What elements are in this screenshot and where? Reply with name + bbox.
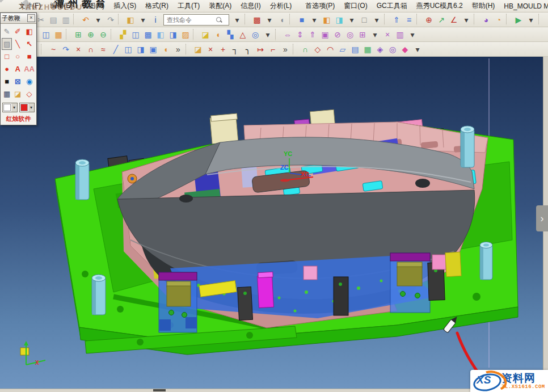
search-icon[interactable] [216,16,222,23]
parting-surface-button[interactable]: ◪ [199,28,212,41]
parting-navigator-button[interactable]: ▩ [142,28,154,41]
play-animation-button[interactable]: ▶ [512,14,525,26]
surface-dropdown[interactable]: ▾ [411,43,424,56]
cut-face-button[interactable]: × [381,28,394,41]
fit-dropdown[interactable]: ▾ [263,14,276,26]
appearance-button[interactable]: ◔ [492,14,505,26]
paste-face-button[interactable]: ▥ [394,28,406,41]
parting-lines-button[interactable]: ▞ [117,28,129,41]
core-cavity-button[interactable]: ▨ [179,28,192,41]
search-dropdown[interactable]: ▾ [231,14,243,26]
screen-hide-tool[interactable]: ⊠ [12,75,23,87]
extend-curve-button[interactable]: ↦ [254,43,267,56]
menu-help[interactable]: 帮助(H) [468,0,499,12]
chamfer-curve-button[interactable]: ╮ [242,43,254,56]
menu-tools[interactable]: 工具(T) [174,0,204,12]
menu-window[interactable]: 窗口(O) [340,0,371,12]
pen-color-select[interactable]: ▾ [2,103,18,112]
overflow-chevron[interactable]: » [279,43,292,56]
mold-parting-tools-button[interactable]: ◫ [129,28,142,41]
copy-button[interactable]: ▤ [47,14,60,26]
open-recent-dropdown[interactable]: ▾ [137,14,149,26]
trim-curve-button[interactable]: × [204,43,217,56]
rect-tool[interactable]: □ [2,50,12,62]
four-point-surface-button[interactable]: ◇ [311,43,324,56]
face-blend-button[interactable]: ◆ [399,43,411,56]
diamond-tool[interactable]: ◇ [23,88,35,100]
mesh-surface-button[interactable]: ▦ [361,43,374,56]
trim-mold-button[interactable]: ◧ [154,28,167,41]
tube-button[interactable]: ▚ [224,28,237,41]
menu-view[interactable]: 视图(V) [78,0,108,12]
face-dropdown[interactable]: ▾ [406,28,419,41]
slider-unit-right[interactable] [390,253,430,313]
wcs-dynamics-button[interactable]: ↗ [435,14,448,26]
palette-titlebar[interactable]: 子教鞭 × [1,13,36,24]
menu-file[interactable]: 文件(F) [15,0,45,12]
law-extension-button[interactable]: ╱ [109,43,122,56]
copy-face-button[interactable]: ⊞ [356,28,369,41]
menu-preferences[interactable]: 首选项(P) [301,0,339,12]
annotation-palette[interactable]: 子教鞭 × ✎ ✐ ◧ ▨ [0,12,37,125]
blackboard-tool[interactable]: ■ [2,75,12,87]
bridge-curve-button[interactable]: ∩ [85,43,97,56]
arrow-tool[interactable]: ↖ [23,38,35,50]
background-dropdown[interactable]: ▾ [370,14,383,26]
ellipse-tool[interactable]: ○ [12,50,23,62]
menu-edit[interactable]: 编辑(E) [46,0,77,12]
pen-tool[interactable]: ✐ [12,26,23,37]
wcs-dropdown[interactable]: ▾ [460,14,473,26]
swept-button[interactable]: ◠ [324,43,336,56]
sync-dropdown[interactable]: ▾ [369,28,381,41]
slider-unit-left[interactable] [159,272,197,332]
through-mesh-button[interactable]: ▤ [349,43,361,56]
curve-length-button[interactable]: ⌐ [267,43,279,56]
layer-settings-button[interactable]: ≡ [403,14,415,26]
menu-assemblies[interactable]: 装配(A) [205,0,235,12]
paste-button[interactable]: ▥ [60,14,72,26]
wcs-orient-button[interactable]: ∠ [448,14,460,26]
studio-spline-button[interactable]: ~ [47,43,60,56]
save-annotation-tool[interactable]: ▦ [2,88,12,100]
delete-face-button[interactable]: ⊘ [331,28,344,41]
replace-face-button[interactable]: ▣ [319,28,331,41]
offset-region-button[interactable]: ⇑ [306,28,319,41]
menu-format[interactable]: 格式(R) [141,0,172,12]
workpiece-button[interactable]: ◫ [40,28,52,41]
move-to-layer-button[interactable]: ⇑ [390,14,403,26]
menu-analysis[interactable]: 分析(L) [266,0,296,12]
pull-face-button[interactable]: ⇕ [294,28,306,41]
guide-extension-button[interactable]: ◖ [212,28,224,41]
open-annotation-tool[interactable]: ◪ [12,88,23,100]
through-curves-button[interactable]: ◫ [122,43,134,56]
combined-projection-button[interactable]: × [72,43,85,56]
shaded-view-button[interactable]: ■ [296,14,308,26]
divide-curve-button[interactable]: + [217,43,229,56]
thicken-button[interactable]: ▣ [147,43,159,56]
unite-button[interactable]: ⊕ [85,28,97,41]
pipe-button[interactable]: ◖ [159,43,172,56]
cavity-layout-button[interactable]: ▦ [52,28,65,41]
resize-blend-button[interactable]: ◎ [344,28,356,41]
command-finder-button[interactable]: i [149,14,162,26]
undo-button[interactable]: ↶ [79,14,92,26]
fill-tool[interactable]: ◧ [23,26,35,37]
filled-ellipse-tool[interactable]: ● [2,63,12,75]
patch-surface-button[interactable]: ◨ [167,28,179,41]
open-recent-button[interactable]: ◧ [124,14,137,26]
magnifier-tool[interactable]: ◉ [23,75,35,87]
fill-color-select[interactable]: ▾ [19,103,35,112]
menu-information[interactable]: 信息(I) [237,0,264,12]
pocket-tool-button[interactable]: ⊞ [72,28,85,41]
cone-surface-button[interactable]: △ [237,28,249,41]
menu-gc-toolbox[interactable]: GC工具箱 [373,0,411,12]
sphere-surface-button[interactable]: ◎ [249,28,262,41]
wcs-save-button[interactable]: ⊕ [423,14,435,26]
shaded-view-dropdown[interactable]: ▾ [308,14,321,26]
play-dropdown[interactable]: ▾ [525,14,537,26]
demo-button[interactable]: ◖ [276,14,288,26]
section-dropdown[interactable]: ▾ [345,14,358,26]
3d-viewport[interactable]: YC ZC XC X [0,57,548,389]
resource-bar-expand-tab[interactable]: › [536,205,548,231]
undo-dropdown[interactable]: ▾ [92,14,104,26]
